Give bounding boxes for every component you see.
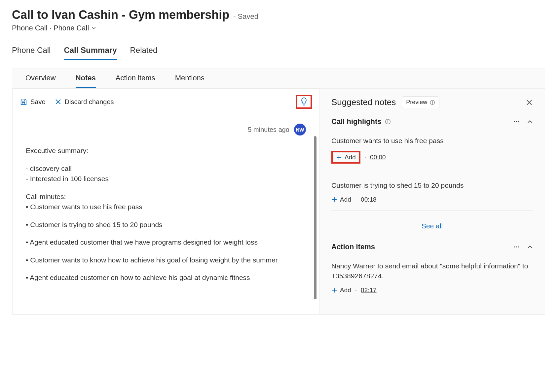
info-icon[interactable] <box>385 119 391 125</box>
save-label: Save <box>30 98 46 106</box>
preview-badge[interactable]: Preview <box>402 97 439 108</box>
collapse-chevron-icon[interactable] <box>527 244 533 250</box>
collapse-chevron-icon[interactable] <box>527 119 533 125</box>
highlight-timestamp-link[interactable]: 00:00 <box>370 154 386 161</box>
svg-point-8 <box>518 121 519 122</box>
subtab-notes[interactable]: Notes <box>76 74 96 88</box>
page-header: Call to Ivan Cashin - Gym membership - S… <box>0 0 557 36</box>
highlight-item: Customer wants to use his free pass Add … <box>331 132 533 171</box>
plus-icon <box>331 197 337 203</box>
subtab-mentions[interactable]: Mentions <box>175 74 204 88</box>
note-minute-line: • Customer wants to use his free pass <box>26 202 293 212</box>
content-area: Overview Notes Action items Mentions Sav… <box>12 68 545 315</box>
svg-point-9 <box>514 246 515 247</box>
svg-rect-2 <box>432 102 432 104</box>
call-highlights-title: Call highlights <box>331 117 382 126</box>
save-button[interactable]: Save <box>20 98 46 106</box>
highlight-text: Customer is trying to shed 15 to 20 poun… <box>331 180 533 190</box>
more-options-button[interactable] <box>513 118 520 125</box>
chevron-down-icon <box>92 26 96 30</box>
add-highlight-button[interactable]: Add <box>331 151 360 164</box>
note-minute-line: • Agent educated customer that we have p… <box>26 237 293 248</box>
highlight-text: Customer wants to use his free pass <box>331 136 533 146</box>
saved-status: - Saved <box>233 12 258 21</box>
tab-phone-call[interactable]: Phone Call <box>12 46 51 60</box>
sub-tabs: Overview Notes Action items Mentions <box>25 74 532 88</box>
preview-label: Preview <box>406 99 427 106</box>
plus-icon <box>331 287 337 293</box>
notes-pane: Save Discard changes 5 minutes ago <box>12 89 319 314</box>
add-label: Add <box>340 287 351 294</box>
call-highlights-header: Call highlights <box>331 117 533 126</box>
note-minute-line: • Customer wants to know how to achieve … <box>26 255 293 265</box>
tab-call-summary[interactable]: Call Summary <box>64 46 117 60</box>
note-content[interactable]: Executive summary: - discovery call - In… <box>26 145 306 283</box>
discard-label: Discard changes <box>65 98 114 106</box>
separator-dot: · <box>364 154 366 161</box>
page-title: Call to Ivan Cashin - Gym membership <box>12 8 229 22</box>
note-summary-line: - Interested in 100 licenses <box>26 174 293 184</box>
svg-point-10 <box>516 246 517 247</box>
note-minutes-heading: Call minutes: <box>26 191 293 202</box>
note-minute-line: • Agent educated customer on how to achi… <box>26 272 293 283</box>
action-item-timestamp-link[interactable]: 02:17 <box>361 287 377 294</box>
tab-related[interactable]: Related <box>130 46 158 60</box>
add-label: Add <box>340 196 351 203</box>
action-item-text: Nancy Warner to send email about "some h… <box>331 261 533 281</box>
note-summary-line: - discovery call <box>26 163 293 174</box>
note-timestamp: 5 minutes ago <box>248 126 289 134</box>
scrollbar[interactable] <box>314 136 316 299</box>
close-icon <box>55 98 61 105</box>
svg-point-6 <box>514 121 515 122</box>
note-minute-line: • Customer is trying to shed 15 to 20 po… <box>26 219 293 230</box>
subtab-action-items[interactable]: Action items <box>116 74 155 88</box>
add-action-item-button[interactable]: Add <box>331 287 351 294</box>
suggested-notes-pane: Suggested notes Preview Call highlights <box>319 89 545 314</box>
add-highlight-button[interactable]: Add <box>331 196 351 203</box>
lightbulb-icon <box>300 97 308 107</box>
add-label: Add <box>345 154 356 161</box>
entity-type: Phone Call <box>12 24 48 32</box>
svg-point-1 <box>432 101 433 102</box>
info-icon <box>430 100 435 105</box>
subtab-overview[interactable]: Overview <box>25 74 56 88</box>
discard-button[interactable]: Discard changes <box>55 98 114 106</box>
action-item: Nancy Warner to send email about "some h… <box>331 257 533 301</box>
save-icon <box>20 98 27 105</box>
note-summary-heading: Executive summary: <box>26 145 293 156</box>
separator-dot: · <box>355 196 357 203</box>
svg-rect-5 <box>388 121 388 123</box>
separator-dot: · <box>50 24 52 32</box>
separator-dot: · <box>355 287 357 294</box>
form-selector-label: Phone Call <box>54 24 89 32</box>
more-options-button[interactable] <box>513 244 520 250</box>
highlight-timestamp-link[interactable]: 00:18 <box>361 196 377 203</box>
plus-icon <box>336 154 342 160</box>
notes-body: 5 minutes ago NW Executive summary: - di… <box>13 115 319 299</box>
see-all-link[interactable]: See all <box>331 216 533 239</box>
notes-toolbar: Save Discard changes <box>13 89 319 115</box>
suggestions-toggle-button[interactable] <box>296 95 312 109</box>
action-items-header: Action items <box>331 243 533 251</box>
suggested-notes-title: Suggested notes <box>331 97 396 107</box>
svg-point-7 <box>516 121 517 122</box>
svg-point-4 <box>387 120 388 121</box>
form-selector[interactable]: Phone Call <box>54 24 96 32</box>
record-subtitle: Phone Call · Phone Call <box>12 24 545 32</box>
avatar: NW <box>294 124 306 136</box>
close-pane-button[interactable] <box>526 99 533 106</box>
main-tabs: Phone Call Call Summary Related <box>0 36 557 60</box>
highlight-item: Customer is trying to shed 15 to 20 poun… <box>331 176 533 211</box>
svg-point-11 <box>518 246 519 247</box>
action-items-title: Action items <box>331 243 375 251</box>
